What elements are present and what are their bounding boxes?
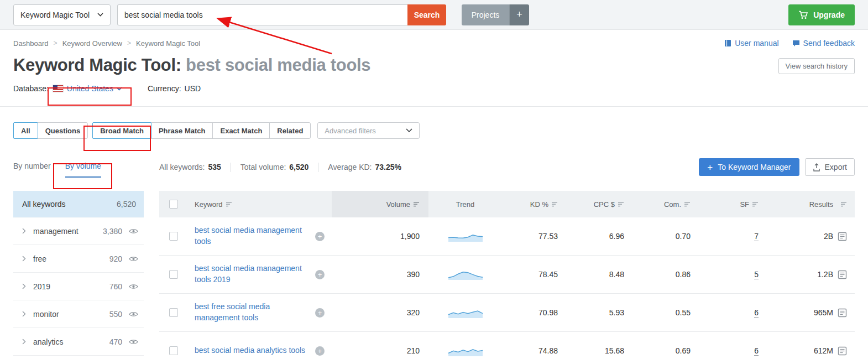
serp-icon[interactable] <box>838 270 847 279</box>
row-checkbox-cell <box>159 308 188 317</box>
serp-icon[interactable] <box>838 308 847 318</box>
trend-cell <box>428 345 502 357</box>
advanced-filters-label: Advanced filters <box>325 127 376 135</box>
add-keyword-icon[interactable]: + <box>315 232 325 241</box>
trend-cell <box>428 306 502 319</box>
search-bar: Search <box>117 4 446 25</box>
header-com[interactable]: Com. <box>633 191 699 217</box>
table-row: best social media management tools + 1,9… <box>159 217 855 256</box>
summary-stats: All keywords: 535 Total volume: 6,520 Av… <box>159 163 401 172</box>
sidebar-group-item[interactable]: management 3,380 <box>13 217 144 245</box>
content: All keywords 6,520 management 3,380 free… <box>0 180 868 364</box>
plus-icon: + <box>707 163 713 172</box>
all-keywords-count: 6,520 <box>117 200 136 209</box>
row-checkbox[interactable] <box>169 270 178 279</box>
search-input[interactable] <box>117 4 407 25</box>
results-cell: 1.2B <box>768 270 855 279</box>
tab-broad-match[interactable]: Broad Match <box>92 122 151 139</box>
send-feedback-link[interactable]: Send feedback <box>792 39 855 48</box>
tool-selector-label: Keyword Magic Tool <box>20 11 90 19</box>
header-sf[interactable]: SF <box>699 191 768 217</box>
sf-link[interactable]: 6 <box>754 308 759 318</box>
topbar: Keyword Magic Tool Search Projects + Upg… <box>0 0 868 30</box>
breadcrumb-item-dashboard[interactable]: Dashboard <box>13 39 49 48</box>
sf-link[interactable]: 7 <box>754 232 759 241</box>
add-keyword-icon[interactable]: + <box>315 270 325 279</box>
database-selector[interactable]: United States <box>67 84 122 93</box>
header-cpc[interactable]: CPC $ <box>567 191 633 217</box>
sf-link[interactable]: 5 <box>754 270 759 279</box>
trend-cell <box>428 230 502 242</box>
breadcrumb-item-keyword-magic-tool[interactable]: Keyword Magic Tool <box>136 39 200 48</box>
all-keywords-label: All keywords <box>22 200 66 209</box>
header-volume[interactable]: Volume <box>332 191 428 217</box>
sidebar-group-item[interactable]: monitor 550 <box>13 300 144 328</box>
sf-link[interactable]: 6 <box>754 346 759 356</box>
com-cell: 0.70 <box>633 232 699 241</box>
sidebar-group-item[interactable]: free 920 <box>13 245 144 273</box>
sidebar-group-list: management 3,380 free 920 2019 760 monit… <box>13 217 144 356</box>
add-keyword-icon[interactable]: + <box>315 346 325 356</box>
tab-questions[interactable]: Questions <box>38 122 88 139</box>
cpc-cell: 8.48 <box>567 270 633 279</box>
tab-all[interactable]: All <box>13 122 38 139</box>
serp-icon[interactable] <box>838 346 847 356</box>
eye-icon[interactable] <box>129 339 138 345</box>
search-button[interactable]: Search <box>407 4 446 25</box>
user-manual-link[interactable]: User manual <box>724 39 778 48</box>
tab-group-all-questions: All Questions <box>13 122 88 139</box>
tool-selector-dropdown[interactable]: Keyword Magic Tool <box>13 4 111 25</box>
row-checkbox[interactable] <box>169 346 178 355</box>
stat-average-kd: Average KD: 73.25% <box>328 163 401 171</box>
advanced-filters-dropdown[interactable]: Advanced filters <box>317 122 420 139</box>
stat-total-volume: Total volume: 6,520 <box>240 163 309 171</box>
breadcrumb-item-keyword-overview[interactable]: Keyword Overview <box>62 39 122 48</box>
row-checkbox-cell <box>159 270 188 279</box>
eye-icon[interactable] <box>129 256 138 262</box>
tab-exact-match[interactable]: Exact Match <box>212 122 270 139</box>
projects-group: Projects + <box>462 4 529 25</box>
view-search-history-button[interactable]: View search history <box>778 58 855 74</box>
tab-by-number[interactable]: By number <box>13 162 51 178</box>
keyword-link[interactable]: best social media management tools 2019 <box>195 263 310 285</box>
eye-icon[interactable] <box>129 283 138 290</box>
upgrade-button[interactable]: Upgrade <box>788 4 855 25</box>
sidebar-group-label: analytics <box>33 337 109 346</box>
chevron-right-icon <box>22 311 26 317</box>
sidebar-group-count: 550 <box>109 310 122 319</box>
eye-icon[interactable] <box>129 311 138 318</box>
sidebar-group-item[interactable]: 2019 760 <box>13 273 144 300</box>
sidebar-item-all-keywords[interactable]: All keywords 6,520 <box>13 191 144 217</box>
keyword-link[interactable]: best social media management tools <box>195 225 310 247</box>
keyword-link[interactable]: best social media analytics tools <box>195 345 310 356</box>
eye-icon[interactable] <box>129 228 138 235</box>
trend-sparkline <box>448 230 483 242</box>
sidebar-group-item[interactable]: analytics 470 <box>13 328 144 356</box>
add-project-button[interactable]: + <box>509 4 529 25</box>
row-checkbox-cell <box>159 346 188 355</box>
serp-icon[interactable] <box>838 232 847 241</box>
select-all-checkbox[interactable] <box>169 200 178 209</box>
results-cell: 612M <box>768 346 855 356</box>
export-button[interactable]: Export <box>805 158 855 176</box>
sidebar-group-label: free <box>33 254 109 263</box>
tab-related[interactable]: Related <box>269 122 311 139</box>
keyword-link[interactable]: best free social media management tools <box>195 301 310 323</box>
sidebar-group-count: 760 <box>109 282 122 291</box>
row-checkbox[interactable] <box>169 232 178 241</box>
to-keyword-manager-button[interactable]: + To Keyword Manager <box>699 158 799 176</box>
header-keyword[interactable]: Keyword <box>188 191 332 217</box>
stat-value: 535 <box>208 163 221 171</box>
tab-phrase-match[interactable]: Phrase Match <box>151 122 213 139</box>
trend-sparkline <box>448 306 483 319</box>
add-keyword-icon[interactable]: + <box>315 308 325 318</box>
book-icon <box>724 39 731 47</box>
header-results[interactable]: Results <box>768 191 855 217</box>
header-kd[interactable]: KD % <box>502 191 567 217</box>
table-body: best social media management tools + 1,9… <box>159 217 855 364</box>
results-value: 965M <box>814 308 833 317</box>
tab-by-volume[interactable]: By volume <box>65 162 101 178</box>
projects-button[interactable]: Projects <box>462 4 509 25</box>
chevron-right-icon <box>22 256 26 262</box>
row-checkbox[interactable] <box>169 308 178 317</box>
